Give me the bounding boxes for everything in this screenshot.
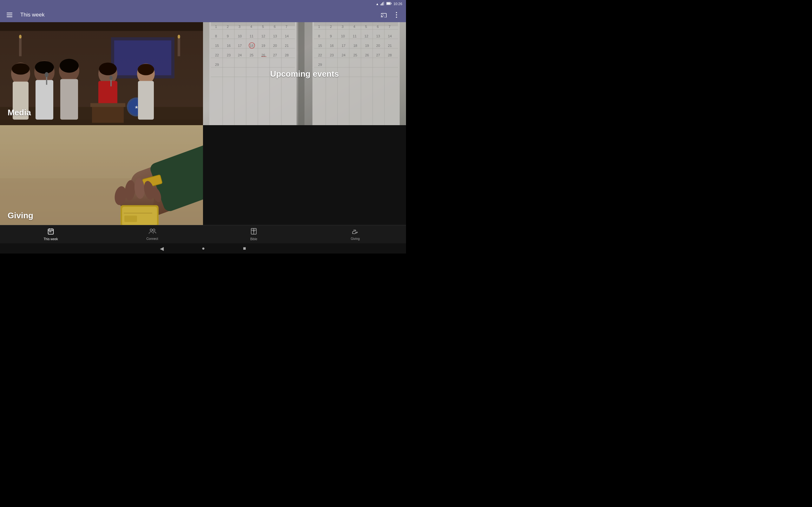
wifi-icon: ▲ (376, 2, 379, 6)
status-icons: ▲ 10:26 (376, 2, 402, 6)
nav-connect-label: Connect (146, 237, 158, 240)
toolbar-actions (378, 9, 402, 20)
status-time: 10:26 (393, 2, 402, 6)
giving-label: Giving (8, 211, 33, 221)
connect-icon (148, 228, 156, 236)
svg-rect-0 (380, 4, 381, 5)
menu-line-1 (7, 13, 12, 13)
svg-rect-5 (391, 3, 392, 4)
nav-connect[interactable]: Connect (140, 228, 165, 240)
events-label: Upcoming events (270, 69, 339, 78)
battery-icon (386, 2, 392, 6)
menu-line-3 (7, 16, 12, 17)
svg-rect-161 (49, 231, 50, 232)
empty-tile (203, 125, 406, 228)
nav-giving-label: Giving (351, 237, 360, 240)
app-title: This week (20, 12, 378, 18)
media-label: Media (8, 108, 31, 118)
nav-this-week-label: This week (44, 237, 58, 241)
svg-point-164 (153, 229, 155, 231)
svg-rect-3 (384, 2, 384, 5)
more-options-button[interactable] (391, 9, 402, 20)
menu-button[interactable] (4, 9, 15, 20)
media-tile[interactable]: ★ (0, 22, 203, 125)
home-button[interactable]: ● (202, 245, 205, 251)
nav-giving[interactable]: Giving (343, 228, 368, 240)
back-button[interactable]: ◀ (160, 245, 164, 251)
cast-button[interactable] (378, 9, 390, 20)
android-nav: ◀ ● ■ (0, 243, 406, 253)
status-bar: ▲ 10:26 (0, 0, 406, 8)
app-bar: This week (0, 8, 406, 22)
nav-this-week[interactable]: This week (38, 228, 63, 241)
main-content: ★ (0, 22, 406, 228)
svg-point-8 (396, 12, 397, 13)
recents-button[interactable]: ■ (243, 245, 246, 251)
svg-point-10 (396, 16, 397, 18)
menu-line-2 (7, 14, 12, 15)
bible-icon (251, 228, 257, 236)
svg-rect-2 (383, 2, 383, 5)
nav-bible-label: Bible (250, 237, 257, 241)
giving-nav-icon (351, 228, 359, 236)
nav-bible[interactable]: Bible (241, 228, 266, 241)
bottom-nav: This week Connect Bible (0, 225, 406, 243)
events-tile[interactable]: 1 2 3 4 5 6 7 8 9 10 11 12 13 14 15 16 1… (203, 22, 406, 125)
svg-point-163 (150, 229, 152, 231)
svg-rect-6 (387, 3, 390, 4)
giving-tile[interactable]: Giving (0, 125, 203, 228)
signal-icon (380, 2, 385, 6)
svg-rect-162 (50, 231, 51, 232)
svg-rect-1 (382, 3, 382, 5)
this-week-icon (47, 228, 54, 236)
svg-point-9 (396, 14, 397, 15)
